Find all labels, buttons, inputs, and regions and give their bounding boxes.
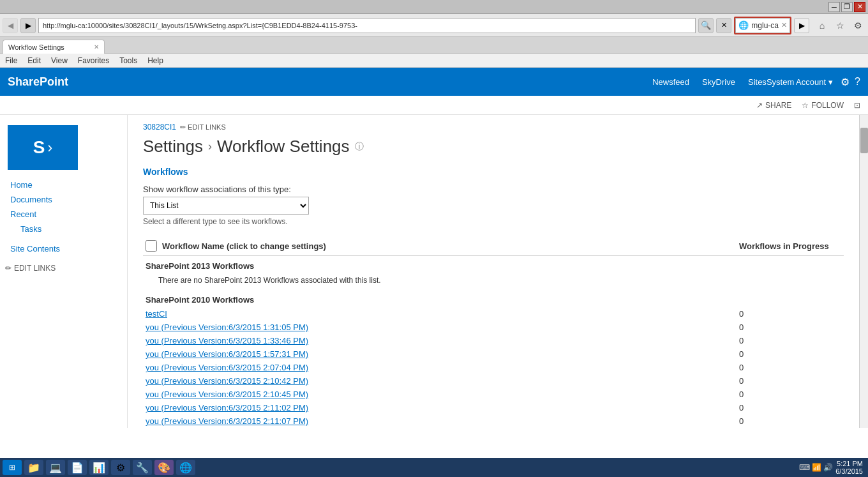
secondary-nav: ↗ SHARE ☆ FOLLOW ⊡ (0, 96, 868, 115)
menu-favorites[interactable]: Favorites (78, 56, 109, 65)
menu-edit[interactable]: Edit (27, 56, 41, 65)
forward-button[interactable]: ▶ (20, 18, 36, 33)
workflow-row: you (Previous Version:6/3/2015 2:11:07 P… (143, 414, 844, 428)
sync-icon: ⊡ (854, 101, 860, 110)
workflow-count: 0 (739, 390, 841, 399)
edit-links-label: EDIT LINKS (14, 264, 56, 273)
workflow-count: 0 (739, 336, 841, 345)
sidebar-item-home[interactable]: Home (10, 178, 127, 192)
search-go-button[interactable]: ▶ (794, 18, 809, 33)
home-icon[interactable]: ⌂ (814, 18, 830, 33)
workflow-count: 0 (739, 416, 841, 426)
minimize-button[interactable]: ─ (828, 2, 840, 12)
workflow-link[interactable]: you (Previous Version:6/3/2015 1:31:05 P… (146, 322, 308, 332)
settings-icon[interactable]: ⚙ (850, 18, 865, 33)
taskbar-start[interactable]: ⊞ (3, 460, 22, 475)
sp2013-empty-message: There are no SharePoint 2013 Workflows a… (143, 273, 844, 290)
sync-link[interactable]: ⊡ (854, 101, 860, 110)
breadcrumb: 30828CI1 ✏ EDIT LINKS (143, 123, 844, 132)
tab-bar: Workflow Settings ✕ (0, 37, 868, 54)
workflow-link[interactable]: you (Previous Version:6/3/2015 2:10:42 P… (146, 376, 308, 386)
active-tab[interactable]: Workflow Settings ✕ (3, 40, 105, 54)
sidebar-item-recent[interactable]: Recent (10, 207, 127, 222)
toolbar-icons: ⌂ ☆ ⚙ (814, 18, 865, 33)
taskbar-btn-1[interactable]: 📁 (24, 460, 43, 475)
workflow-link[interactable]: you (Previous Version:6/3/2015 2:10:45 P… (146, 390, 308, 399)
sp-logo-letter: S (33, 137, 45, 158)
menu-file[interactable]: File (5, 56, 17, 65)
sharepoint-logo: SharePoint (8, 75, 68, 89)
nav-sites[interactable]: Sites (748, 77, 767, 87)
favorites-icon[interactable]: ☆ (832, 18, 848, 33)
scrollbar-thumb[interactable] (860, 128, 868, 153)
follow-icon: ☆ (802, 101, 809, 110)
breadcrumb-pencil-icon: ✏ (180, 123, 186, 132)
title-info-icon[interactable]: ⓘ (355, 141, 364, 153)
dropdown-label: Show workflow associations of this type: (143, 185, 844, 194)
workflow-link[interactable]: testCI (146, 309, 167, 319)
workflow-row: you (Previous Version:6/3/2015 1:31:05 P… (143, 321, 844, 334)
menu-view[interactable]: View (51, 56, 68, 65)
workflow-link[interactable]: you (Previous Version:6/3/2015 2:07:04 P… (146, 363, 308, 372)
follow-link[interactable]: ☆ FOLLOW (802, 101, 844, 110)
back-button[interactable]: ◀ (3, 18, 18, 33)
workflow-link[interactable]: you (Previous Version:6/3/2015 2:11:02 P… (146, 403, 308, 413)
taskbar-sys: ⌨ 📶 🔊 (799, 463, 834, 472)
workflow-count: 0 (739, 376, 841, 386)
search-clear-icon[interactable]: ✕ (781, 21, 787, 29)
address-bar[interactable]: http://mglu-ca:10000/sites/30828CI1/_lay… (38, 18, 696, 33)
sidebar-item-documents[interactable]: Documents (10, 192, 127, 207)
sidebar-edit-links[interactable]: ✏ EDIT LINKS (0, 261, 127, 275)
taskbar-time: 5:21 PM 6/3/2015 (835, 460, 863, 475)
tab-close-icon[interactable]: ✕ (94, 43, 99, 50)
search-value: mglu-ca (751, 21, 779, 30)
scrollbar-track[interactable] (859, 115, 868, 428)
tab-close-btn[interactable]: ✕ (716, 18, 731, 33)
workflows-section-title: Workflows (143, 167, 844, 177)
workflow-select-all-checkbox[interactable] (146, 240, 157, 252)
title-settings: Settings (143, 137, 203, 156)
taskbar: ⊞ 📁 💻 📄 📊 ⚙ 🔧 🎨 🌐 ⌨ 📶 🔊 5:21 PM 6/3/2015 (0, 458, 868, 477)
close-button[interactable]: ✕ (854, 2, 865, 12)
nav-skydrive[interactable]: SkyDrive (702, 77, 735, 87)
workflow-count: 0 (739, 309, 841, 319)
taskbar-btn-7[interactable]: 🎨 (154, 460, 174, 475)
sidebar-item-site-contents[interactable]: Site Contents (10, 241, 127, 256)
breadcrumb-site[interactable]: 30828CI1 (143, 123, 176, 132)
settings-gear-icon[interactable]: ⚙ (841, 76, 849, 88)
workflow-row: you (Previous Version:6/3/2015 1:33:46 P… (143, 334, 844, 347)
workflow-link[interactable]: you (Previous Version:6/3/2015 2:11:07 P… (146, 416, 308, 426)
date-display: 6/3/2015 (835, 467, 863, 475)
nav-newsfeed[interactable]: Newsfeed (652, 77, 689, 87)
taskbar-btn-6[interactable]: 🔧 (133, 460, 152, 475)
browser-toolbar: ◀ ▶ http://mglu-ca:10000/sites/30828CI1/… (0, 14, 868, 37)
taskbar-btn-2[interactable]: 💻 (46, 460, 65, 475)
user-menu[interactable]: System Account ▾ (767, 77, 833, 87)
col-header-name: Workflow Name (click to change settings) (162, 241, 739, 251)
main-layout: S › Home Documents Recent Tasks Site Con… (0, 115, 868, 428)
tab-title: Workflow Settings (8, 43, 64, 51)
menu-bar: File Edit View Favorites Tools Help (0, 54, 868, 68)
share-icon: ↗ (756, 101, 763, 110)
share-link[interactable]: ↗ SHARE (756, 101, 791, 110)
search-box-wrapper: 🌐 mglu-ca ✕ (734, 17, 791, 34)
search-box[interactable]: 🌐 mglu-ca ✕ (735, 18, 790, 33)
sidebar-item-tasks[interactable]: Tasks (10, 222, 127, 236)
sidebar-nav: Home Documents Recent Tasks Site Content… (0, 178, 127, 256)
workflow-link[interactable]: you (Previous Version:6/3/2015 1:57:31 P… (146, 349, 308, 359)
taskbar-btn-3[interactable]: 📄 (68, 460, 87, 475)
breadcrumb-edit-links[interactable]: ✏ EDIT LINKS (180, 123, 226, 132)
workflow-row: you (Previous Version:6/3/2015 1:57:31 P… (143, 347, 844, 361)
restore-button[interactable]: ❐ (841, 2, 853, 12)
taskbar-btn-5[interactable]: ⚙ (111, 460, 130, 475)
user-dropdown-icon: ▾ (828, 77, 833, 87)
search-magnifier[interactable]: 🔍 (698, 18, 714, 33)
taskbar-btn-4[interactable]: 📊 (89, 460, 108, 475)
menu-tools[interactable]: Tools (119, 56, 137, 65)
menu-help[interactable]: Help (147, 56, 163, 65)
help-icon[interactable]: ? (855, 76, 860, 87)
taskbar-btn-8[interactable]: 🌐 (176, 460, 195, 475)
workflow-type-select[interactable]: This List This Content Type All (143, 197, 309, 215)
workflow-link[interactable]: you (Previous Version:6/3/2015 1:33:46 P… (146, 336, 308, 345)
globe-icon: 🌐 (738, 20, 749, 30)
